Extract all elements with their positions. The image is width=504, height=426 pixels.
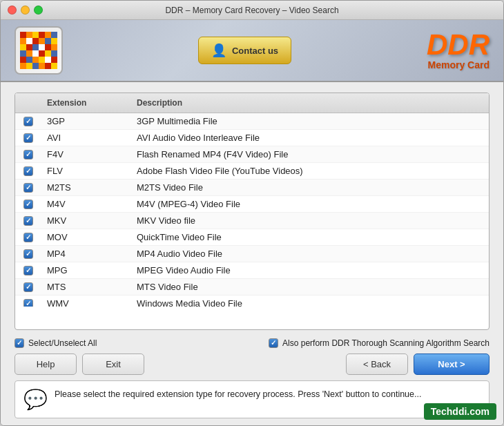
svg-rect-26 <box>32 57 39 63</box>
row-desc-3GP: 3GP Multimedia File <box>131 116 489 126</box>
table-row: MKVMKV Video file <box>15 213 489 229</box>
app-window: DDR – Memory Card Recovery – Video Searc… <box>0 0 504 426</box>
minimize-button[interactable] <box>21 6 30 14</box>
logo-icon <box>20 32 57 69</box>
back-button[interactable]: < Back <box>346 354 408 375</box>
main-wrapper: Extension Description 3GP3GP Multimedia … <box>1 82 503 425</box>
header-brand: DDR Memory Card <box>427 30 490 70</box>
row-checkbox-cell <box>15 200 41 209</box>
row-checkbox-MKV[interactable] <box>23 216 33 226</box>
row-checkbox-MTS[interactable] <box>23 282 33 292</box>
app-header: 👤 Contact us DDR Memory Card <box>1 20 503 82</box>
svg-rect-16 <box>45 44 51 50</box>
svg-rect-17 <box>51 44 57 50</box>
row-checkbox-cell <box>15 282 41 292</box>
row-ext-F4V: F4V <box>41 149 131 159</box>
row-desc-M2TS: M2TS Video File <box>131 182 489 193</box>
row-checkbox-cell <box>15 166 41 176</box>
svg-rect-22 <box>45 50 51 57</box>
select-all-checkbox[interactable] <box>14 338 24 348</box>
main-content: Extension Description 3GP3GP Multimedia … <box>1 82 503 425</box>
svg-rect-2 <box>32 32 39 38</box>
svg-rect-1 <box>26 32 32 38</box>
svg-rect-29 <box>51 57 57 63</box>
header-center: 👤 Contact us <box>63 37 427 64</box>
row-checkbox-WMV[interactable] <box>23 299 33 307</box>
svg-rect-21 <box>39 50 45 57</box>
svg-rect-8 <box>32 38 39 44</box>
svg-rect-7 <box>26 38 32 44</box>
row-ext-MP4: MP4 <box>41 249 131 259</box>
row-checkbox-M2TS[interactable] <box>23 183 33 193</box>
also-perform-label: Also perform DDR Thorough Scanning Algor… <box>282 338 490 348</box>
row-ext-M2TS: M2TS <box>41 182 131 193</box>
select-all-wrap: Select/Unselect All <box>14 338 97 348</box>
row-checkbox-cell <box>15 216 41 226</box>
close-button[interactable] <box>8 6 17 14</box>
row-desc-MP4: MP4 Audio Video File <box>131 249 489 259</box>
svg-rect-12 <box>20 44 26 50</box>
svg-rect-15 <box>39 44 45 50</box>
row-desc-F4V: Flash Renamed MP4 (F4V Video) File <box>131 149 489 159</box>
row-checkbox-AVI[interactable] <box>23 133 33 143</box>
row-ext-WMV: WMV <box>41 298 131 307</box>
button-row: Help Exit < Back Next > <box>14 354 490 375</box>
row-ext-MKV: MKV <box>41 215 131 226</box>
row-checkbox-3GP[interactable] <box>23 117 33 126</box>
svg-rect-13 <box>26 44 32 50</box>
brand-subtitle: Memory Card <box>427 59 490 70</box>
svg-rect-23 <box>51 50 57 57</box>
info-message: Please select the required extension typ… <box>55 388 421 401</box>
row-ext-MTS: MTS <box>41 282 131 292</box>
col-header-check <box>15 97 41 109</box>
window-controls <box>8 6 43 14</box>
row-checkbox-cell <box>15 133 41 143</box>
row-checkbox-cell <box>15 299 41 307</box>
table-row: WMVWindows Media Video File <box>15 296 489 307</box>
table-row: F4VFlash Renamed MP4 (F4V Video) File <box>15 146 489 163</box>
row-desc-MOV: QuickTime Video File <box>131 232 489 242</box>
row-checkbox-F4V[interactable] <box>23 150 33 159</box>
next-button[interactable]: Next > <box>414 354 490 375</box>
svg-rect-6 <box>20 38 26 44</box>
watermark: Techddi.com <box>424 403 496 420</box>
title-bar: DDR – Memory Card Recovery – Video Searc… <box>1 1 503 20</box>
svg-rect-31 <box>26 63 32 69</box>
info-bar: 💬 Please select the required extension t… <box>14 380 490 418</box>
row-checkbox-M4V[interactable] <box>23 200 33 209</box>
row-ext-AVI: AVI <box>41 133 131 143</box>
help-button[interactable]: Help <box>14 354 77 375</box>
svg-rect-5 <box>51 32 57 38</box>
row-checkbox-MP4[interactable] <box>23 249 33 259</box>
app-logo <box>14 26 63 75</box>
svg-rect-11 <box>51 38 57 44</box>
svg-rect-34 <box>45 63 51 69</box>
row-checkbox-cell <box>15 249 41 259</box>
row-ext-FLV: FLV <box>41 166 131 176</box>
row-checkbox-cell <box>15 266 41 275</box>
maximize-button[interactable] <box>34 6 43 14</box>
row-checkbox-MPG[interactable] <box>23 266 33 275</box>
svg-rect-33 <box>39 63 45 69</box>
row-desc-AVI: AVI Audio Video Interleave File <box>131 133 489 143</box>
svg-rect-25 <box>26 57 32 63</box>
table-row: 3GP3GP Multimedia File <box>15 113 489 130</box>
table-row: MOVQuickTime Video File <box>15 229 489 246</box>
table-row: M4VM4V (MPEG-4) Video File <box>15 196 489 213</box>
also-perform-checkbox[interactable] <box>269 338 278 348</box>
row-ext-MOV: MOV <box>41 232 131 242</box>
col-header-extension: Extension <box>41 97 131 109</box>
exit-button[interactable]: Exit <box>82 354 144 375</box>
row-desc-FLV: Adobe Flash Video File (YouTube Videos) <box>131 166 489 176</box>
svg-rect-35 <box>51 63 57 69</box>
row-desc-MPG: MPEG Video Audio File <box>131 265 489 275</box>
svg-rect-27 <box>39 57 45 63</box>
row-checkbox-MOV[interactable] <box>23 233 33 242</box>
contact-button[interactable]: 👤 Contact us <box>198 37 291 64</box>
svg-rect-3 <box>39 32 45 38</box>
svg-rect-14 <box>32 44 39 50</box>
row-checkbox-FLV[interactable] <box>23 166 33 176</box>
svg-rect-30 <box>20 63 26 69</box>
row-desc-MKV: MKV Video file <box>131 215 489 226</box>
row-desc-MTS: MTS Video File <box>131 282 489 292</box>
